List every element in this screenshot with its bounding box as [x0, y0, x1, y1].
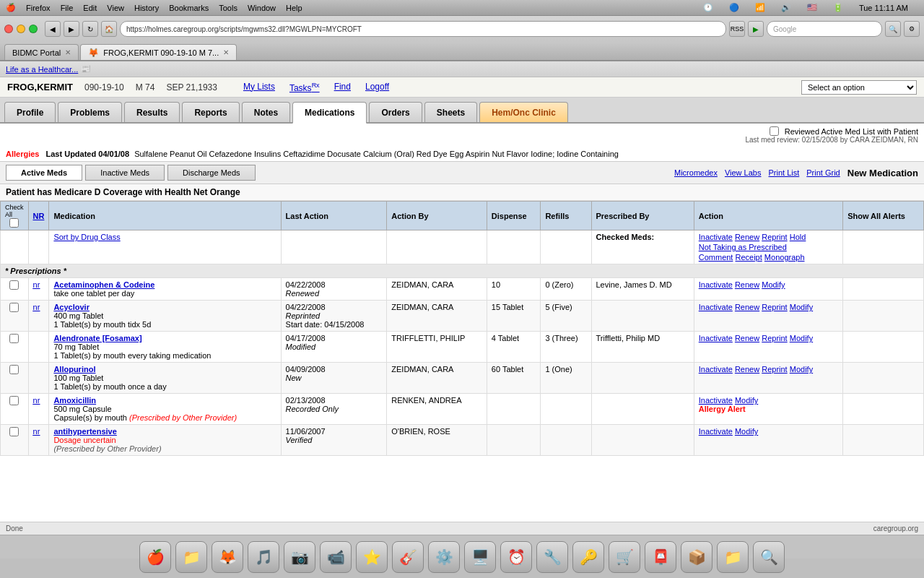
reprint-4[interactable]: Reprint [762, 365, 787, 374]
dock-star[interactable]: ⭐ [356, 541, 388, 573]
inactivate-1[interactable]: Inactivate [699, 280, 733, 289]
dock-system-prefs[interactable]: ⚙️ [428, 541, 460, 573]
option-select[interactable]: Select an option [801, 80, 917, 95]
check-med-3[interactable] [9, 334, 19, 343]
dock-facetime[interactable]: 📹 [320, 541, 352, 573]
dock-folder1[interactable]: 📁 [175, 541, 207, 573]
tab-results[interactable]: Results [124, 102, 180, 122]
check-med-1[interactable] [9, 280, 19, 290]
search-icon[interactable]: 🔍 [885, 21, 901, 37]
menu-history[interactable]: History [134, 4, 159, 12]
logoff-link[interactable]: Logoff [365, 82, 389, 93]
check-med-5[interactable] [9, 396, 19, 405]
bulk-reprint[interactable]: Reprint [762, 233, 787, 241]
print-grid-link[interactable]: Print Grid [806, 168, 840, 177]
tab-close-bidmc[interactable]: ✕ [65, 48, 71, 56]
med-name-3[interactable]: Alendronate [Fosamax] [53, 334, 141, 342]
tab-orders[interactable]: Orders [369, 102, 422, 122]
menu-bookmarks[interactable]: Bookmarks [169, 4, 209, 12]
tasks-link[interactable]: TasksRx [289, 82, 320, 93]
allergy-alert-5[interactable]: Allergy Alert [699, 405, 746, 413]
tab-problems[interactable]: Problems [58, 102, 122, 122]
dock-search[interactable]: 🔍 [753, 541, 785, 573]
inactivate-2[interactable]: Inactivate [699, 303, 733, 311]
bulk-monograph[interactable]: Monograph [764, 253, 805, 262]
dock-tool[interactable]: 🔧 [536, 541, 568, 573]
med-name-4[interactable]: Allopurinol [53, 365, 95, 374]
tab-notes[interactable]: Notes [242, 102, 290, 122]
menu-view[interactable]: View [107, 4, 124, 12]
dock-firefox[interactable]: 🦊 [212, 541, 243, 573]
bulk-renew[interactable]: Renew [735, 233, 759, 241]
browser-tab-frog[interactable]: 🦊 FROG,KERMIT 090-19-10 M 7... ✕ [80, 44, 237, 60]
med-tab-active[interactable]: Active Meds [6, 165, 82, 181]
dock-finder[interactable]: 🍎 [139, 541, 171, 573]
address-bar[interactable]: https://holmes.caregroup.org/scripts/mgw… [120, 21, 726, 37]
browser-options-icon[interactable]: ⚙ [904, 21, 920, 37]
modify-1[interactable]: Modify [762, 280, 785, 289]
med-tab-inactive[interactable]: Inactive Meds [85, 165, 165, 181]
inactivate-3[interactable]: Inactivate [699, 334, 733, 342]
modify-4[interactable]: Modify [790, 365, 813, 374]
med-name-6[interactable]: antihypertensive [53, 427, 116, 436]
find-link[interactable]: Find [334, 82, 351, 93]
micromedex-link[interactable]: Micromedex [674, 168, 718, 177]
med-name-5[interactable]: Amoxicillin [53, 396, 96, 405]
back-button[interactable]: ◀ [45, 21, 61, 37]
bulk-receipt[interactable]: Receipt [736, 253, 762, 262]
tab-close-frog[interactable]: ✕ [223, 48, 229, 56]
dock-timemachine[interactable]: ⏰ [500, 541, 532, 573]
bookmark-item[interactable]: Life as a Healthcar... [6, 65, 78, 74]
check-all-checkbox[interactable] [9, 218, 19, 228]
reprint-3[interactable]: Reprint [762, 334, 787, 342]
search-bar[interactable]: Google [767, 21, 882, 37]
menu-window[interactable]: Window [248, 4, 276, 12]
new-medication-button[interactable]: New Medication [847, 168, 918, 178]
check-med-2[interactable] [9, 303, 19, 312]
menu-firefox[interactable]: Firefox [26, 4, 51, 12]
home-button[interactable]: 🏠 [101, 21, 117, 37]
dock-cart[interactable]: 🛒 [609, 541, 640, 573]
rss-button[interactable]: RSS [729, 21, 745, 37]
tab-profile[interactable]: Profile [4, 102, 56, 122]
renew-4[interactable]: Renew [735, 365, 759, 374]
dock-folder2[interactable]: 📁 [717, 541, 749, 573]
check-med-4[interactable] [9, 365, 19, 374]
dock-itunes[interactable]: 🎵 [248, 541, 279, 573]
menu-tools[interactable]: Tools [219, 4, 237, 12]
forward-button[interactable]: ▶ [64, 21, 79, 37]
modify-2[interactable]: Modify [790, 303, 813, 311]
bulk-inactivate[interactable]: Inactivate [699, 233, 733, 241]
inactivate-4[interactable]: Inactivate [699, 365, 733, 374]
reprint-2[interactable]: Reprint [762, 303, 787, 311]
med-tab-discharge[interactable]: Discharge Meds [167, 165, 255, 181]
med-name-1[interactable]: Acetaminophen & Codeine [53, 280, 154, 289]
menu-edit[interactable]: Edit [83, 4, 97, 12]
inactivate-5[interactable]: Inactivate [699, 396, 733, 405]
bulk-hold[interactable]: Hold [790, 233, 806, 241]
nr-link-1[interactable]: nr [33, 280, 40, 289]
modify-5[interactable]: Modify [735, 396, 758, 405]
print-list-link[interactable]: Print List [768, 168, 799, 177]
renew-1[interactable]: Renew [735, 280, 759, 289]
nr-link-5[interactable]: nr [33, 396, 40, 405]
reviewed-checkbox[interactable] [770, 126, 779, 136]
dock-camera[interactable]: 📷 [284, 541, 315, 573]
dock-key[interactable]: 🔑 [572, 541, 604, 573]
inactivate-6[interactable]: Inactivate [699, 427, 733, 436]
go-button[interactable]: ▶ [748, 21, 764, 37]
apple-menu[interactable]: 🍎 [6, 3, 16, 12]
tab-medications[interactable]: Medications [292, 102, 367, 124]
view-labs-link[interactable]: View Labs [725, 168, 762, 177]
menu-help[interactable]: Help [286, 4, 302, 12]
med-name-2[interactable]: Acyclovir [53, 303, 90, 311]
check-med-6[interactable] [9, 427, 19, 436]
reload-button[interactable]: ↻ [82, 21, 98, 37]
renew-3[interactable]: Renew [735, 334, 759, 342]
allergies-link[interactable]: Allergies [6, 150, 39, 158]
dock-guitar[interactable]: 🎸 [392, 541, 424, 573]
tab-reports[interactable]: Reports [182, 102, 239, 122]
maximize-button[interactable] [29, 25, 38, 33]
menu-file[interactable]: File [61, 4, 74, 12]
dock-box[interactable]: 📦 [681, 541, 712, 573]
